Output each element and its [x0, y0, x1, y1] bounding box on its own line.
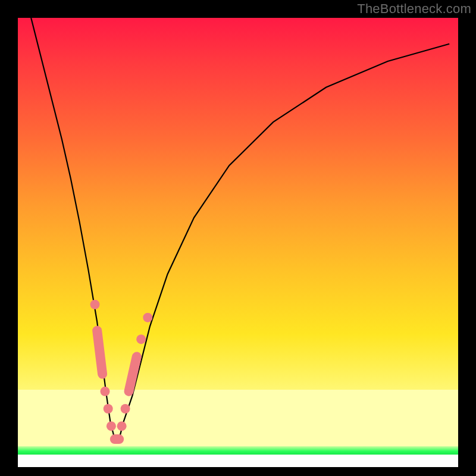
- chart-svg: [18, 18, 458, 467]
- marker-dot: [136, 334, 146, 344]
- marker-dot: [117, 421, 127, 431]
- marker-dot: [107, 421, 116, 431]
- marker-dot: [101, 387, 110, 396]
- marker-dot: [121, 404, 130, 414]
- marker-dot: [90, 300, 100, 309]
- marker-pill: [129, 356, 137, 391]
- watermark-text: TheBottleneck.com: [357, 1, 471, 17]
- marker-group: [90, 300, 153, 439]
- marker-pill: [97, 331, 102, 374]
- plot-area: [18, 18, 458, 467]
- outer-frame: TheBottleneck.com: [0, 0, 476, 476]
- curve-group: [31, 18, 449, 439]
- bottleneck-curve: [31, 18, 449, 439]
- marker-dot: [143, 313, 152, 322]
- marker-dot: [104, 404, 113, 414]
